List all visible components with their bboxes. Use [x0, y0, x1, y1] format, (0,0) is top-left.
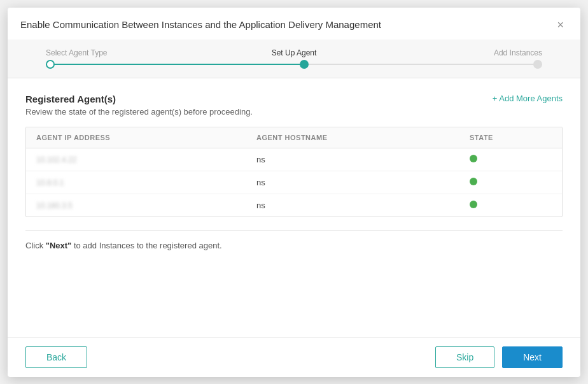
cell-ip-3: 10.180.3.5 [26, 194, 246, 217]
cell-state-2 [459, 171, 562, 194]
col-hostname: AGENT HOSTNAME [246, 127, 459, 148]
stepper-labels: Select Agent Type Set Up Agent Add Insta… [46, 48, 542, 57]
cell-state-3 [459, 194, 562, 217]
dialog-body: Registered Agent(s) + Add More Agents Re… [8, 78, 580, 337]
section-title: Registered Agent(s) [25, 94, 116, 104]
note-prefix: Click [25, 241, 46, 250]
step-dot-3 [533, 60, 542, 69]
back-button[interactable]: Back [25, 346, 87, 368]
state-indicator-2 [470, 178, 477, 185]
step-label-1: Select Agent Type [46, 48, 211, 57]
cell-ip-1: 10.102.4.22 [26, 148, 246, 171]
step-label-2: Set Up Agent [211, 48, 377, 57]
step-label-3: Add Instances [377, 48, 542, 57]
dialog-footer: Back Skip Next [8, 337, 580, 377]
skip-button[interactable]: Skip [435, 346, 494, 368]
state-indicator-1 [470, 155, 477, 162]
cell-hostname-2: ns [246, 171, 459, 194]
footer-right: Skip Next [435, 346, 563, 368]
section-header: Registered Agent(s) + Add More Agents [25, 94, 563, 104]
step-dot-2 [300, 60, 309, 69]
table-row: 10.180.3.5 ns [26, 194, 562, 217]
track-fill [46, 64, 304, 65]
note-suffix: to add Instances to the registered agent… [71, 241, 221, 250]
click-note: Click "Next" to add Instances to the reg… [25, 241, 563, 250]
col-ip: AGENT IP ADDRESS [26, 127, 246, 148]
cell-state-1 [459, 148, 562, 171]
cell-hostname-3: ns [246, 194, 459, 217]
state-indicator-3 [470, 201, 477, 208]
cell-hostname-1: ns [246, 148, 459, 171]
table-header-row: AGENT IP ADDRESS AGENT HOSTNAME STATE [26, 127, 562, 148]
next-button[interactable]: Next [502, 346, 563, 368]
step-dot-1 [46, 60, 55, 69]
section-description: Review the state of the registered agent… [25, 107, 563, 117]
table-row: 10.8.0.1 ns [26, 171, 562, 194]
col-state: STATE [459, 127, 562, 148]
agents-table: AGENT IP ADDRESS AGENT HOSTNAME STATE 10… [26, 127, 562, 217]
table-row: 10.102.4.22 ns [26, 148, 562, 171]
close-button[interactable]: × [553, 18, 568, 32]
stepper-section: Select Agent Type Set Up Agent Add Insta… [8, 39, 580, 78]
table-body: 10.102.4.22 ns 10.8.0.1 ns 10.180.3.5 ns [26, 148, 562, 217]
dialog-header: Enable Communication Between Instances a… [8, 8, 580, 39]
table-header: AGENT IP ADDRESS AGENT HOSTNAME STATE [26, 127, 562, 148]
stepper-track [46, 62, 542, 66]
note-bold: "Next" [46, 241, 72, 250]
main-dialog: Enable Communication Between Instances a… [8, 8, 580, 377]
add-more-agents-button[interactable]: + Add More Agents [493, 94, 563, 103]
dialog-title: Enable Communication Between Instances a… [20, 19, 381, 30]
agents-table-container: AGENT IP ADDRESS AGENT HOSTNAME STATE 10… [25, 127, 563, 217]
divider [25, 230, 563, 231]
cell-ip-2: 10.8.0.1 [26, 171, 246, 194]
